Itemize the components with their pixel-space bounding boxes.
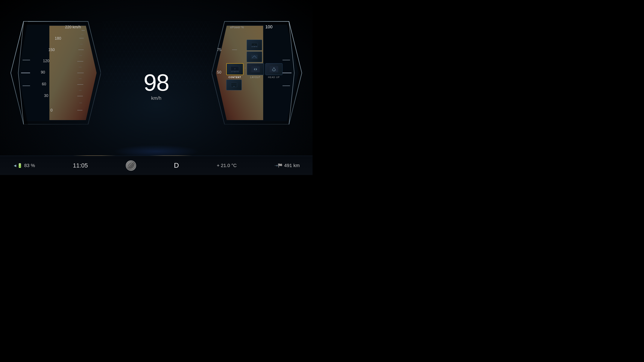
svg-rect-61 (232, 71, 238, 71)
speed-unit: km/h (144, 95, 169, 101)
svg-rect-52 (252, 46, 257, 46)
menu-panel: ! ♫ (226, 40, 282, 90)
preview-thumbnail-mid (247, 51, 262, 62)
svg-text:50: 50 (217, 70, 221, 74)
time-display: 11:05 (73, 162, 88, 169)
svg-point-62 (232, 71, 232, 72)
gear-display: D (174, 161, 179, 169)
speedometer-gauge: 220 km/h 180 150 120 90 60 30 0 (6, 19, 101, 124)
svg-text:30: 30 (44, 93, 48, 98)
svg-text:♫: ♫ (234, 68, 236, 70)
battery-icon: ◄🔋 (13, 163, 22, 168)
gear-value: D (174, 161, 179, 169)
svg-point-73 (234, 86, 234, 87)
svg-text:150: 150 (48, 48, 55, 52)
svg-rect-65 (251, 66, 260, 72)
dashboard: 220 km/h 180 150 120 90 60 30 0 (0, 0, 312, 175)
headup-label: HEAD UP (268, 76, 280, 78)
center-controls (126, 160, 136, 171)
svg-text:60: 60 (42, 82, 46, 86)
content-label: CONTENT (228, 76, 241, 78)
range-display: ⇢🏁 491 km (274, 163, 300, 168)
time-value: 11:05 (73, 162, 88, 169)
svg-point-54 (254, 46, 255, 47)
center-button[interactable] (126, 160, 136, 171)
svg-text:ePower %: ePower % (230, 25, 244, 29)
svg-rect-57 (251, 55, 258, 59)
svg-rect-71 (231, 83, 237, 85)
svg-text:90: 90 (41, 70, 45, 74)
svg-text:75: 75 (217, 48, 221, 52)
preview-thumbnail-top: ! (247, 40, 262, 50)
svg-point-74 (127, 162, 134, 169)
range-icon: ⇢🏁 (274, 163, 282, 168)
svg-point-63 (235, 71, 235, 72)
svg-text:120: 120 (43, 59, 49, 63)
svg-point-55 (256, 46, 257, 47)
svg-text:100: 100 (265, 24, 272, 29)
bottom-bar: ◄🔋 83 % 11:05 (0, 156, 312, 175)
svg-point-64 (238, 71, 238, 72)
svg-text:180: 180 (55, 36, 61, 40)
battery-display: ◄🔋 83 % (13, 163, 35, 168)
layout-label: LAYOUT (250, 76, 260, 78)
temperature-value: + 21.0 °C (217, 163, 237, 168)
headup-icon-box[interactable] (265, 63, 282, 75)
svg-text:0: 0 (50, 108, 52, 112)
svg-rect-68 (270, 66, 278, 72)
layout-icon-box[interactable] (247, 63, 264, 75)
battery-percent: 83 % (24, 163, 35, 168)
content-icon-box[interactable]: ♫ (226, 63, 244, 75)
range-value: 491 km (284, 163, 300, 168)
speed-value: 98 (144, 71, 169, 94)
svg-text:!: ! (254, 44, 254, 45)
preview-thumbnail-bot (226, 79, 242, 90)
temperature-display: + 21.0 °C (217, 163, 237, 168)
menu-item-content[interactable]: ♫ CONTENT (226, 63, 244, 78)
svg-point-53 (252, 46, 252, 47)
center-speed-display: 98 km/h (144, 71, 169, 101)
menu-item-headup[interactable]: HEAD UP (265, 63, 282, 78)
svg-text:220 km/h: 220 km/h (65, 25, 81, 29)
menu-item-layout[interactable]: LAYOUT (247, 63, 264, 78)
nav-arrow-right: › (245, 63, 246, 69)
